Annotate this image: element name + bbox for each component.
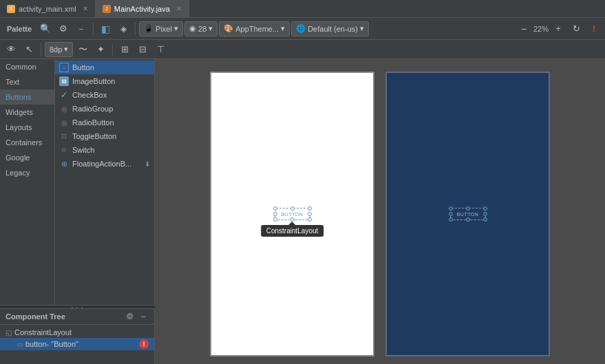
align-btn[interactable]: ⊟ — [134, 41, 151, 58]
canvas-button-light[interactable]: BUTTON — [275, 208, 310, 220]
locale-label: Default (en-us) — [308, 25, 358, 33]
checkbox-item-label: CheckBox — [72, 91, 107, 99]
tree-minimize-btn[interactable]: − — [138, 311, 149, 322]
center-area: BUTTON ConstraintLayout B — [155, 59, 605, 364]
tab-xml-close[interactable]: ✕ — [83, 5, 88, 12]
sep2 — [135, 23, 136, 35]
locale-dropdown[interactable]: 🌐 Default (en-us) ▾ — [291, 21, 369, 36]
radiogroup-item-icon: ◎ — [59, 104, 69, 114]
canvas-button-dark[interactable]: BUTTON — [450, 208, 486, 220]
refresh-btn[interactable]: ↻ — [568, 21, 584, 37]
palette-item-imagebutton[interactable]: 🖼 ImageButton — [55, 74, 154, 88]
palette-items: ▭ Button 🖼 ImageButton ✓ CheckBox ◎ Radi… — [55, 59, 154, 305]
sep4 — [112, 43, 113, 56]
button-item-icon: ▭ — [59, 63, 69, 72]
settings-btn[interactable]: ⚙ — [55, 21, 72, 37]
theme-chevron: ▾ — [281, 24, 285, 33]
dark-handle-mr — [483, 212, 487, 216]
theme-dropdown[interactable]: 🎨 AppTheme... ▾ — [219, 21, 290, 36]
grid-btn[interactable]: ⊞ — [116, 41, 133, 58]
canvas-tooltip: ConstraintLayout — [261, 225, 324, 237]
layers-btn[interactable]: ◧ — [97, 21, 114, 37]
category-text[interactable]: Text — [0, 74, 54, 89]
dark-handle-bc — [466, 217, 470, 222]
main-toolbar: Palette 🔍 ⚙ − ◧ ◈ 📱 Pixel ▾ ◉ 28 ▾ 🎨 App… — [0, 18, 605, 40]
device-dropdown[interactable]: 📱 Pixel ▾ — [139, 21, 183, 36]
component-tree: Component Tree ⚙ − ◱ ConstraintLayout ▭ … — [0, 309, 154, 364]
api-label: 28 — [198, 25, 206, 33]
light-button-label: BUTTON — [282, 212, 304, 217]
category-legacy[interactable]: Legacy — [0, 165, 54, 180]
switch-item-label: Switch — [72, 146, 94, 154]
secondary-toolbar: 👁 ↖ 8dp ▾ 〜 ✦ ⊞ ⊟ ⊤ — [0, 40, 605, 59]
device-icon: 📱 — [144, 24, 153, 33]
search-btn[interactable]: 🔍 — [37, 21, 54, 37]
fab-download-icon: ⬇ — [145, 160, 150, 168]
handle-ml — [273, 212, 277, 216]
zoom-in-btn[interactable]: + — [550, 21, 566, 37]
tab-xml-label: activity_main.xml — [19, 5, 76, 13]
minimize-palette-btn[interactable]: − — [73, 21, 89, 37]
dark-handle-bl — [449, 217, 453, 222]
xml-icon: X — [7, 5, 15, 13]
category-containers[interactable]: Containers — [0, 135, 54, 150]
palette-item-checkbox[interactable]: ✓ CheckBox — [55, 88, 154, 102]
palette-item-togglebutton[interactable]: ⊡ ToggleButton — [55, 129, 154, 143]
palette-item-radiogroup[interactable]: ◎ RadioGroup — [55, 102, 154, 116]
baseline-btn[interactable]: ⊤ — [152, 41, 169, 58]
togglebutton-item-label: ToggleButton — [72, 132, 116, 140]
component-tree-title: Component Tree — [6, 312, 65, 321]
palette-toolbar-label: Palette — [3, 25, 36, 33]
light-phone-mockup[interactable]: BUTTON ConstraintLayout — [211, 73, 373, 355]
category-common[interactable]: Common — [0, 59, 54, 74]
dark-phone-mockup[interactable]: BUTTON — [387, 73, 549, 355]
tab-java[interactable]: J MainActivity.java ✕ — [96, 0, 189, 17]
error-btn[interactable]: ! — [586, 21, 602, 37]
button-item-label: Button — [72, 63, 94, 72]
tree-item-constraintlayout[interactable]: ◱ ConstraintLayout — [0, 327, 154, 338]
palette-item-switch[interactable]: ⊙ Switch — [55, 143, 154, 157]
button-error-badge: ! — [139, 339, 149, 349]
fab-item-label: FloatingActionB... — [72, 160, 131, 168]
magic-btn[interactable]: ✦ — [92, 41, 109, 58]
dp-dropdown[interactable]: 8dp ▾ — [45, 42, 73, 57]
dark-button-label: BUTTON — [457, 212, 479, 217]
imagebutton-item-label: ImageButton — [72, 77, 115, 85]
zoom-out-btn[interactable]: − — [516, 21, 532, 37]
sep3 — [41, 43, 41, 56]
palette-item-radiobutton[interactable]: ◎ RadioButton — [55, 116, 154, 129]
component-tree-header: Component Tree ⚙ − — [0, 309, 154, 325]
device-chevron: ▾ — [174, 24, 178, 33]
tab-xml[interactable]: X activity_main.xml ✕ — [0, 0, 96, 17]
palette-body: Common Text Buttons Widgets Layouts — [0, 59, 154, 305]
category-widgets[interactable]: Widgets — [0, 105, 54, 120]
locale-icon: 🌐 — [296, 24, 306, 33]
button-tree-label: button- "Button" — [25, 340, 78, 348]
radiobutton-item-icon: ◎ — [59, 118, 69, 127]
tab-java-label: MainActivity.java — [114, 5, 170, 13]
design-canvas: BUTTON ConstraintLayout B — [155, 59, 605, 364]
handle-mr — [308, 212, 312, 216]
tree-items: ◱ ConstraintLayout ▭ button- "Button" ! — [0, 325, 154, 352]
theme-label: AppTheme... — [235, 25, 279, 33]
togglebutton-item-icon: ⊡ — [59, 131, 69, 141]
design-btn[interactable]: ◈ — [115, 21, 131, 37]
dark-handle-br — [483, 217, 487, 222]
constraint-layout-label: ConstraintLayout — [14, 328, 72, 336]
wave-btn[interactable]: 〜 — [74, 41, 91, 58]
eye-btn[interactable]: 👁 — [3, 41, 19, 58]
tree-settings-btn[interactable]: ⚙ — [124, 311, 135, 322]
sep1 — [93, 23, 94, 35]
category-layouts[interactable]: Layouts — [0, 120, 54, 135]
category-google[interactable]: Google — [0, 150, 54, 165]
tree-header-actions: ⚙ − — [124, 311, 149, 322]
category-buttons[interactable]: Buttons — [0, 89, 54, 105]
tab-java-close[interactable]: ✕ — [176, 5, 182, 12]
button-tree-icon: ▭ — [17, 341, 23, 348]
api-dropdown[interactable]: ◉ 28 ▾ — [184, 21, 217, 36]
tree-item-button[interactable]: ▭ button- "Button" ! — [0, 338, 154, 350]
palette-item-fab[interactable]: ⊕ FloatingActionB... ⬇ — [55, 157, 154, 171]
cursor-btn[interactable]: ↖ — [21, 41, 37, 58]
palette-item-button[interactable]: ▭ Button — [55, 61, 154, 74]
device-label: Pixel — [156, 25, 172, 33]
